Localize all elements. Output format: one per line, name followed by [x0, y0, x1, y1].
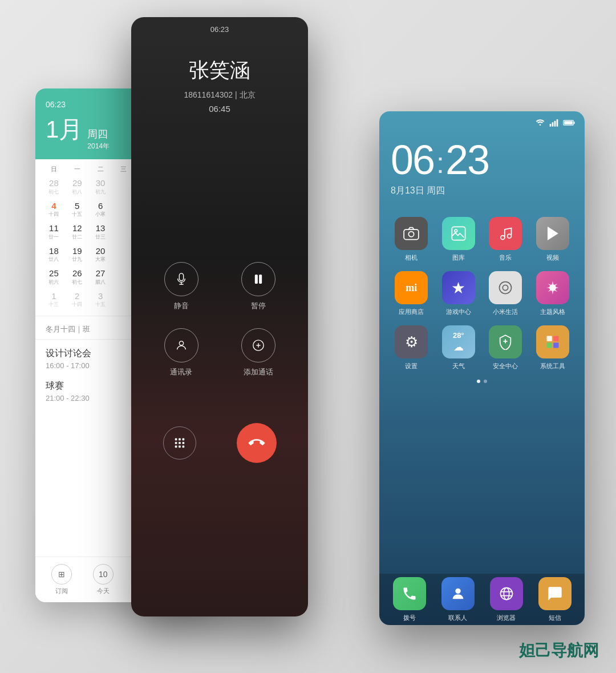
svg-rect-38 [553, 336, 558, 341]
calendar-year: 2014年 [87, 142, 110, 150]
svg-rect-18 [550, 124, 552, 127]
scene: 06:23 1月 周四 2014年 日 一 二 三 四 五 六 [0, 0, 616, 673]
contacts-label: 联系人 [448, 614, 467, 622]
contacts-button[interactable] [164, 328, 198, 362]
end-call-button[interactable] [228, 415, 285, 471]
cal-day: 19廿九 [66, 245, 89, 265]
cal-day: 13廿三 [89, 222, 112, 243]
theme-label: 主题风格 [540, 308, 565, 316]
contact-number: 18611614302 [184, 90, 233, 99]
time-minutes: 23 [445, 137, 489, 183]
pause-label: 暂停 [251, 301, 266, 311]
calendar-month: 1月 [46, 114, 83, 146]
svg-rect-9 [179, 438, 181, 441]
svg-point-43 [504, 587, 509, 599]
app-appstore[interactable]: mi 应用商店 [391, 271, 432, 316]
app-security[interactable]: 安全中心 [485, 325, 526, 370]
svg-rect-14 [175, 446, 177, 448]
svg-rect-2 [255, 275, 257, 284]
app-gallery[interactable]: 图库 [438, 217, 480, 262]
today-icon: 10 [93, 564, 114, 585]
cal-day: 18廿八 [42, 245, 66, 265]
milife-icon [489, 271, 522, 304]
call-actions: 静音 暂停 通讯录 [131, 233, 308, 394]
app-weather[interactable]: 28° ☁ 天气 [438, 325, 480, 370]
dock-phone[interactable]: 拨号 [385, 577, 433, 622]
appstore-label: 应用商店 [399, 308, 424, 316]
mute-action[interactable]: 静音 [154, 262, 208, 311]
svg-rect-13 [182, 442, 184, 444]
dot-1 [477, 380, 480, 383]
svg-rect-20 [554, 120, 556, 126]
cal-day: 12廿二 [66, 222, 89, 243]
svg-rect-23 [574, 121, 575, 123]
home-screen: 06:23 8月13日 周四 相机 [379, 111, 585, 625]
svg-rect-40 [553, 342, 558, 348]
app-milife[interactable]: 小米生活 [485, 271, 526, 316]
svg-point-28 [455, 229, 457, 232]
browser-icon [490, 577, 523, 610]
cal-day: 5十五 [66, 200, 89, 220]
app-games[interactable]: ★ 游戏中心 [438, 271, 480, 316]
calendar-month-label: 周四 2014年 [87, 127, 110, 151]
cal-day: 3十五 [89, 290, 112, 311]
app-tools[interactable]: 系统工具 [532, 325, 574, 370]
app-settings[interactable]: ⚙ 设置 [391, 325, 432, 370]
phone-status-bar: 06:23 [131, 17, 308, 34]
camera-label: 相机 [405, 253, 418, 262]
music-icon [489, 217, 522, 250]
contacts-label: 通讯录 [170, 367, 192, 377]
app-row-2: mi 应用商店 ★ 游戏中心 小米生活 [391, 271, 573, 316]
cal-day: 6小寒 [89, 200, 112, 220]
app-row-3: ⚙ 设置 28° ☁ 天气 [391, 325, 573, 370]
tools-label: 系统工具 [540, 362, 565, 370]
dock-sms[interactable]: 短信 [530, 577, 579, 622]
svg-point-32 [500, 282, 512, 294]
svg-rect-11 [175, 442, 177, 444]
home-clock: 06:23 8月13日 周四 [379, 128, 585, 200]
contact-name: 张笑涵 [143, 57, 297, 84]
svg-rect-15 [179, 446, 181, 448]
subscribe-button[interactable]: ⊞ 订阅 [51, 564, 72, 595]
dock-browser[interactable]: 浏览器 [482, 577, 530, 622]
add-call-button[interactable] [241, 328, 275, 362]
cal-day: 28初七 [42, 177, 66, 198]
home-date: 8月13日 周四 [391, 185, 573, 197]
svg-rect-16 [182, 446, 184, 448]
home-status-bar [379, 111, 585, 128]
theme-icon [536, 271, 569, 304]
app-music[interactable]: 音乐 [485, 217, 526, 262]
phone-label: 拨号 [403, 614, 416, 622]
dock-contacts[interactable]: 联系人 [433, 577, 482, 622]
browser-label: 浏览器 [497, 614, 516, 622]
cal-day: 2十四 [66, 290, 89, 311]
app-theme[interactable]: 主题风格 [532, 271, 574, 316]
svg-point-33 [503, 285, 508, 290]
contact-location: 北京 [240, 90, 256, 99]
svg-marker-31 [548, 228, 557, 240]
svg-rect-10 [182, 438, 184, 441]
today-button[interactable]: 10 今天 [93, 564, 114, 595]
contacts-icon [441, 577, 475, 610]
games-icon: ★ [442, 271, 475, 304]
mute-button[interactable] [164, 262, 198, 296]
calendar-weekday: 周四 [87, 127, 110, 141]
svg-rect-8 [175, 438, 177, 441]
security-label: 安全中心 [493, 362, 518, 370]
weather-icon: 28° ☁ [442, 325, 475, 358]
dialpad-button[interactable] [163, 426, 196, 460]
app-camera[interactable]: 相机 [391, 217, 432, 262]
pause-button[interactable] [241, 262, 275, 296]
pause-action[interactable]: 暂停 [231, 262, 285, 311]
add-call-action[interactable]: 添加通话 [231, 328, 285, 377]
subscribe-icon: ⊞ [51, 564, 72, 585]
subscribe-label: 订阅 [55, 587, 68, 595]
sms-icon [538, 577, 572, 610]
svg-point-29 [501, 236, 505, 240]
svg-rect-39 [546, 342, 552, 348]
video-label: 视频 [546, 253, 559, 262]
contacts-action[interactable]: 通讯录 [154, 328, 208, 377]
svg-rect-37 [546, 336, 552, 341]
dot-2 [484, 380, 487, 383]
app-video[interactable]: 视频 [532, 217, 574, 262]
